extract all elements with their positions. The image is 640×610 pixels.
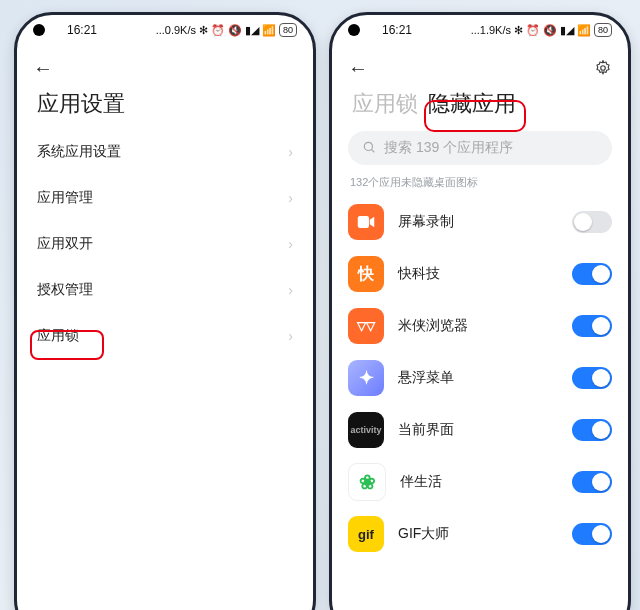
app-row: ❀ 伴生活 (348, 456, 612, 508)
alarm-icon: ⏰ (211, 25, 225, 36)
status-time: 16:21 (67, 23, 97, 37)
app-icon-gif: gif (348, 516, 384, 552)
app-icon-current: activity (348, 412, 384, 448)
app-name: 快科技 (398, 265, 558, 283)
row-label: 系统应用设置 (37, 143, 121, 161)
list-hint: 132个应用未隐藏桌面图标 (332, 173, 628, 196)
toggle[interactable] (572, 315, 612, 337)
app-name: 悬浮菜单 (398, 369, 558, 387)
status-time: 16:21 (382, 23, 412, 37)
bluetooth-icon: ✻ (199, 25, 208, 36)
row-app-lock[interactable]: 应用锁 › (37, 313, 293, 359)
svg-point-1 (364, 142, 372, 150)
app-icon-mixia: ▽▽ (348, 308, 384, 344)
row-dual-apps[interactable]: 应用双开 › (37, 221, 293, 267)
wifi-icon: 📶 (262, 25, 276, 36)
signal-icon: ▮◢ (245, 25, 259, 36)
bluetooth-icon: ✻ (514, 25, 523, 36)
alarm-icon: ⏰ (526, 25, 540, 36)
net-speed: ...0.9K/s (156, 25, 196, 36)
app-icon-floatmenu: ✦ (348, 360, 384, 396)
app-name: 米侠浏览器 (398, 317, 558, 335)
row-label: 应用双开 (37, 235, 93, 253)
toggle[interactable] (572, 367, 612, 389)
settings-list: 系统应用设置 › 应用管理 › 应用双开 › 授权管理 › 应用锁 › (17, 129, 313, 359)
row-label: 应用锁 (37, 327, 79, 345)
row-app-management[interactable]: 应用管理 › (37, 175, 293, 221)
back-button[interactable]: ← (348, 58, 368, 78)
app-icon-banshenghuo: ❀ (348, 463, 386, 501)
battery-icon: 80 (279, 23, 297, 37)
tab-hidden-apps[interactable]: 隐藏应用 (428, 89, 516, 119)
settings-button[interactable] (594, 59, 612, 77)
toggle[interactable] (572, 263, 612, 285)
app-row: 快 快科技 (348, 248, 612, 300)
toggle[interactable] (572, 471, 612, 493)
header: ← (332, 45, 628, 85)
search-icon (362, 140, 376, 157)
net-speed: ...1.9K/s (471, 25, 511, 36)
row-label: 应用管理 (37, 189, 93, 207)
toggle[interactable] (572, 523, 612, 545)
mute-icon: 🔇 (543, 25, 557, 36)
tab-bar: 应用锁 隐藏应用 (332, 85, 628, 129)
status-icons: ...1.9K/s ✻ ⏰ 🔇 ▮◢ 📶 80 (471, 23, 612, 37)
app-icon-kuaikeji: 快 (348, 256, 384, 292)
search-placeholder: 搜索 139 个应用程序 (384, 139, 513, 157)
chevron-right-icon: › (288, 282, 293, 298)
app-name: 伴生活 (400, 473, 558, 491)
toggle[interactable] (572, 419, 612, 441)
toggle[interactable] (572, 211, 612, 233)
svg-line-2 (371, 149, 374, 152)
page-title: 应用设置 (17, 85, 313, 129)
row-system-app-settings[interactable]: 系统应用设置 › (37, 129, 293, 175)
app-row: gif GIF大师 (348, 508, 612, 560)
app-icon-screen-record (348, 204, 384, 240)
camera-dot (33, 24, 45, 36)
chevron-right-icon: › (288, 144, 293, 160)
row-permissions[interactable]: 授权管理 › (37, 267, 293, 313)
battery-icon: 80 (594, 23, 612, 37)
chevron-right-icon: › (288, 328, 293, 344)
header: ← (17, 45, 313, 85)
app-name: 屏幕录制 (398, 213, 558, 231)
app-name: GIF大师 (398, 525, 558, 543)
camera-dot (348, 24, 360, 36)
app-name: 当前界面 (398, 421, 558, 439)
chevron-right-icon: › (288, 190, 293, 206)
chevron-right-icon: › (288, 236, 293, 252)
back-button[interactable]: ← (33, 58, 53, 78)
app-list: 屏幕录制 快 快科技 ▽▽ 米侠浏览器 ✦ 悬浮菜单 activity 当前界面 (332, 196, 628, 560)
wifi-icon: 📶 (577, 25, 591, 36)
app-row: ▽▽ 米侠浏览器 (348, 300, 612, 352)
app-row: ✦ 悬浮菜单 (348, 352, 612, 404)
tab-app-lock[interactable]: 应用锁 (352, 89, 418, 119)
status-icons: ...0.9K/s ✻ ⏰ 🔇 ▮◢ 📶 80 (156, 23, 297, 37)
svg-point-0 (601, 66, 606, 71)
app-row: activity 当前界面 (348, 404, 612, 456)
phone-left: 16:21 ...0.9K/s ✻ ⏰ 🔇 ▮◢ 📶 80 ← 应用设置 系统应… (14, 12, 316, 610)
search-input[interactable]: 搜索 139 个应用程序 (348, 131, 612, 165)
svg-rect-3 (358, 216, 369, 228)
status-bar: 16:21 ...0.9K/s ✻ ⏰ 🔇 ▮◢ 📶 80 (17, 15, 313, 45)
app-row: 屏幕录制 (348, 196, 612, 248)
signal-icon: ▮◢ (560, 25, 574, 36)
status-bar: 16:21 ...1.9K/s ✻ ⏰ 🔇 ▮◢ 📶 80 (332, 15, 628, 45)
phone-right: 16:21 ...1.9K/s ✻ ⏰ 🔇 ▮◢ 📶 80 ← 应用锁 隐藏应用 (329, 12, 631, 610)
mute-icon: 🔇 (228, 25, 242, 36)
row-label: 授权管理 (37, 281, 93, 299)
